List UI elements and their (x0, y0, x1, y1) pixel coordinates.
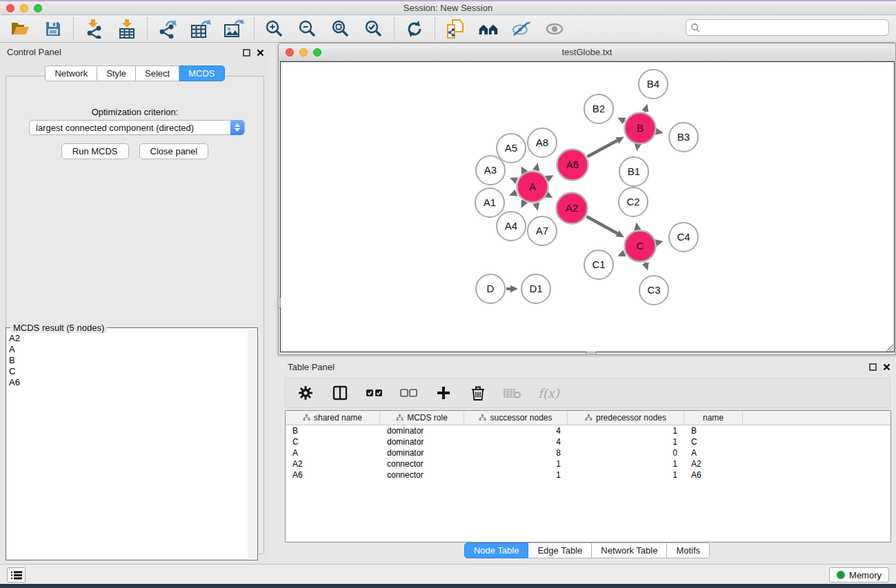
settings-gear-icon[interactable] (297, 384, 315, 402)
select-all-icon[interactable] (366, 384, 384, 402)
refresh-icon[interactable] (404, 19, 425, 39)
panel-grip-left[interactable] (277, 297, 281, 308)
tab-select[interactable]: Select (136, 65, 179, 81)
graph-node-C1[interactable]: C1 (584, 250, 613, 279)
svg-text:A6: A6 (566, 159, 579, 170)
zoom-window-button[interactable] (34, 4, 42, 12)
network-canvas[interactable]: AA1A3A5A8A4A7A6A2BB1B2B3B4CC1C2C3C4DD1 (280, 61, 895, 352)
table-tab-node-table[interactable]: Node Table (464, 543, 529, 558)
save-session-icon[interactable] (43, 19, 63, 39)
result-item[interactable]: C (9, 366, 246, 377)
tab-style[interactable]: Style (97, 65, 136, 81)
table-row[interactable]: Cdominator41C (286, 436, 890, 447)
zoom-out-icon[interactable] (297, 19, 318, 39)
search-box[interactable] (686, 19, 889, 36)
close-panel-icon[interactable] (257, 49, 264, 57)
graph-node-B1[interactable]: B1 (619, 157, 648, 186)
table-tab-edge-table[interactable]: Edge Table (528, 543, 592, 558)
graph-node-D[interactable]: D (476, 274, 505, 303)
node-table[interactable]: shared nameMCDS rolesuccessor nodesprede… (285, 410, 891, 543)
delete-icon[interactable] (469, 384, 487, 402)
column-tree-icon (396, 414, 404, 421)
zoom-fit-icon[interactable] (330, 19, 351, 39)
graph-node-A8[interactable]: A8 (528, 128, 557, 157)
close-window-button[interactable] (6, 4, 14, 12)
mcds-result-list[interactable]: A2ABCA6 (9, 333, 246, 557)
export-image-icon[interactable] (223, 19, 244, 39)
task-history-button[interactable] (7, 567, 26, 582)
graph-node-A6[interactable]: A6 (557, 150, 588, 181)
network-window-titlebar[interactable]: testGlobe.txt (279, 43, 895, 61)
tab-network[interactable]: Network (45, 65, 97, 81)
open-file-icon[interactable] (10, 19, 30, 39)
graph-node-A7[interactable]: A7 (528, 216, 557, 245)
graph-edge-A6-B[interactable] (588, 141, 617, 157)
column-header-MCDS-role[interactable]: MCDS role (380, 411, 464, 425)
network-zoom-button[interactable] (313, 48, 321, 57)
graph-node-B4[interactable]: B4 (639, 70, 668, 99)
column-view-icon[interactable] (331, 384, 349, 402)
tab-mcds[interactable]: MCDS (179, 65, 224, 81)
criterion-dropdown[interactable]: largest connected component (directed) (29, 120, 245, 135)
export-network-icon[interactable] (157, 19, 178, 39)
graph-node-C3[interactable]: C3 (639, 276, 668, 305)
graph-node-B2[interactable]: B2 (584, 94, 613, 123)
deselect-all-icon[interactable] (400, 384, 418, 402)
minimize-window-button[interactable] (20, 4, 28, 12)
zoom-in-icon[interactable] (264, 19, 285, 39)
graph-node-A5[interactable]: A5 (497, 134, 526, 163)
table-tab-network-table[interactable]: Network Table (592, 543, 667, 558)
add-column-icon[interactable] (435, 384, 452, 402)
close-panel-button[interactable]: Close panel (139, 143, 209, 159)
graph-node-A1[interactable]: A1 (475, 188, 504, 217)
resize-grip-icon[interactable] (884, 343, 894, 352)
table-row[interactable]: Adominator80A (286, 447, 890, 458)
show-eye-icon[interactable] (544, 19, 565, 39)
graph-node-C[interactable]: C (625, 231, 656, 262)
panel-grip-bottom[interactable] (586, 352, 597, 355)
column-header-successor-nodes[interactable]: successor nodes (464, 411, 568, 425)
table-tab-motifs[interactable]: Motifs (667, 543, 710, 558)
column-header-name[interactable]: name (684, 411, 743, 425)
result-item[interactable]: A2 (9, 333, 246, 344)
graph-node-C4[interactable]: C4 (669, 223, 698, 252)
graph-node-A[interactable]: A (517, 172, 548, 203)
table-row[interactable]: A2connector11A2 (286, 458, 890, 469)
import-table-icon[interactable] (117, 19, 137, 39)
graph-node-A2[interactable]: A2 (557, 193, 588, 224)
table-row[interactable]: Bdominator41B (286, 425, 890, 436)
float-table-panel-icon[interactable] (869, 363, 877, 371)
graph-edge-A2-C[interactable] (586, 216, 617, 234)
column-header-predecessor-nodes[interactable]: predecessor nodes (568, 411, 684, 425)
svg-text:D: D (487, 283, 495, 294)
table-cell: dominator (380, 447, 464, 458)
graph-node-A3[interactable]: A3 (476, 156, 505, 185)
export-table-icon[interactable] (190, 19, 211, 39)
result-item[interactable]: A6 (9, 377, 246, 388)
svg-text:D1: D1 (529, 283, 542, 294)
column-header-shared-name[interactable]: shared name (286, 411, 380, 425)
result-scrollbar[interactable] (248, 330, 256, 558)
clone-network-icon[interactable] (445, 19, 466, 39)
graph-node-A4[interactable]: A4 (497, 212, 526, 241)
first-neighbors-icon[interactable] (478, 19, 499, 39)
table-row[interactable]: A6connector11A6 (286, 469, 890, 480)
result-item[interactable]: B (9, 355, 246, 366)
memory-button[interactable]: Memory (829, 567, 889, 582)
graph-node-B[interactable]: B (625, 113, 656, 144)
network-minimize-button[interactable] (299, 48, 308, 57)
result-item[interactable]: A (9, 344, 246, 355)
float-panel-icon[interactable] (243, 49, 250, 57)
search-input[interactable] (704, 23, 884, 32)
graph-svg[interactable]: AA1A3A5A8A4A7A6A2BB1B2B3B4CC1C2C3C4DD1 (281, 62, 895, 354)
zoom-selected-icon[interactable] (364, 19, 384, 39)
graph-node-C2[interactable]: C2 (619, 187, 648, 216)
graph-node-B3[interactable]: B3 (669, 123, 698, 152)
import-network-icon[interactable] (83, 19, 104, 39)
close-table-panel-icon[interactable] (883, 363, 890, 371)
graph-node-D1[interactable]: D1 (521, 274, 550, 303)
hide-annotations-icon[interactable] (511, 19, 532, 39)
network-close-button[interactable] (286, 48, 294, 57)
run-mcds-button[interactable]: Run MCDS (61, 143, 129, 159)
svg-text:B1: B1 (628, 165, 640, 177)
